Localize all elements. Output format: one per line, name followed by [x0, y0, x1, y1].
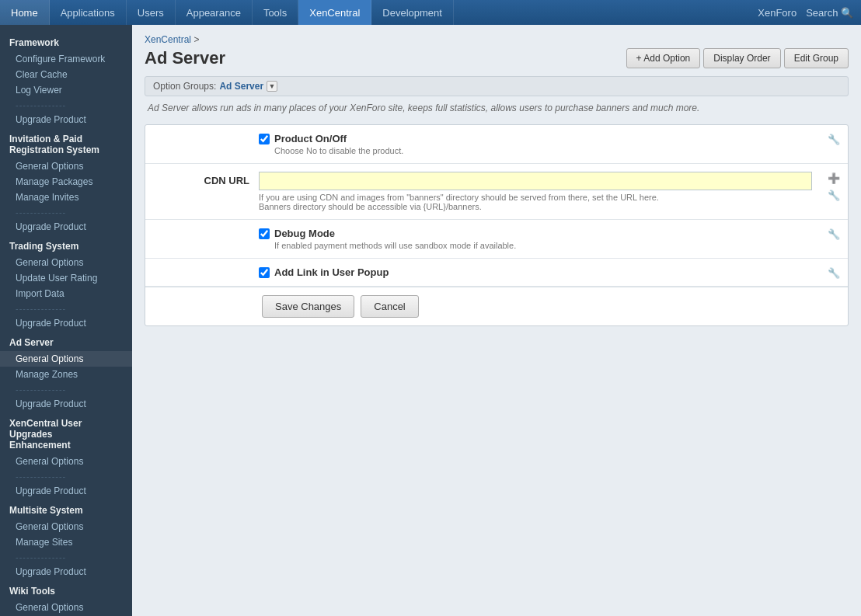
- debug-mode-icons: 🔧: [826, 226, 842, 242]
- product-on-off-label[interactable]: Product On/Off: [158, 133, 835, 144]
- sidebar: Framework Configure Framework Clear Cach…: [0, 25, 132, 616]
- add-link-text: Add Link in User Popup: [274, 266, 389, 278]
- nav-home[interactable]: Home: [0, 0, 50, 25]
- main-layout: Framework Configure Framework Clear Cach…: [0, 25, 861, 616]
- sidebar-item-manage-zones[interactable]: Manage Zones: [0, 367, 132, 382]
- sidebar-item-upgrade-product-5[interactable]: Upgrade Product: [0, 483, 132, 499]
- sidebar-item-upgrade-product-1[interactable]: Upgrade Product: [0, 112, 132, 127]
- sidebar-item-clear-cache[interactable]: Clear Cache: [0, 67, 132, 82]
- search-icon: 🔍: [841, 7, 853, 19]
- nav-users[interactable]: Users: [127, 0, 176, 25]
- sidebar-item-general-options-adserver[interactable]: General Options: [0, 351, 132, 367]
- debug-mode-desc: If enabled payment methods will use sand…: [158, 241, 835, 250]
- sidebar-section-adserver: Ad Server: [0, 331, 132, 351]
- add-link-edit-icon[interactable]: 🔧: [826, 265, 842, 280]
- cdn-url-row: CDN URL If you are using CDN and images …: [145, 164, 848, 220]
- product-on-off-checkbox[interactable]: [259, 134, 270, 144]
- debug-mode-text: Debug Mode: [274, 228, 335, 239]
- nav-tools[interactable]: Tools: [253, 0, 298, 25]
- page-actions: + Add Option Display Order Edit Group: [626, 48, 849, 68]
- form-panel: Product On/Off Choose No to disable the …: [145, 124, 849, 326]
- nav-search-link[interactable]: Search 🔍: [806, 7, 853, 19]
- sidebar-divider-1: --------------: [0, 98, 132, 112]
- option-groups-bar: Option Groups: Ad Server ▼: [145, 76, 849, 96]
- sidebar-item-general-options-trading[interactable]: General Options: [0, 255, 132, 270]
- add-link-icons: 🔧: [826, 265, 842, 280]
- product-on-off-desc: Choose No to disable the product.: [158, 146, 835, 155]
- sidebar-divider-5: --------------: [0, 469, 132, 483]
- cdn-url-label: CDN URL: [158, 172, 259, 186]
- nav-applications[interactable]: Applications: [50, 0, 127, 25]
- cdn-url-field-row: CDN URL If you are using CDN and images …: [158, 172, 835, 211]
- nav-appearance[interactable]: Appearance: [176, 0, 253, 25]
- debug-mode-row: Debug Mode If enabled payment methods wi…: [145, 220, 848, 259]
- product-on-off-edit-icon[interactable]: 🔧: [826, 131, 842, 147]
- option-groups-label: Option Groups:: [153, 81, 216, 92]
- breadcrumb-separator: >: [193, 34, 199, 45]
- sidebar-section-multisite: Multisite System: [0, 499, 132, 519]
- add-link-checkbox[interactable]: [259, 267, 270, 278]
- sidebar-item-upgrade-product-6[interactable]: Upgrade Product: [0, 564, 132, 579]
- sidebar-item-manage-sites[interactable]: Manage Sites: [0, 534, 132, 550]
- cdn-url-help-line2: Banners directory should be accessible v…: [259, 202, 812, 211]
- sidebar-section-framework: Framework: [0, 31, 132, 51]
- edit-group-button[interactable]: Edit Group: [784, 48, 849, 68]
- product-on-off-icons: 🔧: [826, 131, 842, 147]
- cancel-button[interactable]: Cancel: [361, 295, 418, 318]
- sidebar-section-invitation: Invitation & PaidRegistration System: [0, 127, 132, 158]
- sidebar-divider-3: --------------: [0, 301, 132, 315]
- page-header: Ad Server + Add Option Display Order Edi…: [145, 48, 849, 68]
- search-text: Search: [806, 7, 838, 19]
- debug-mode-checkbox[interactable]: [259, 228, 270, 239]
- page-description: Ad Server allows run ads in many places …: [145, 103, 849, 113]
- debug-mode-label[interactable]: Debug Mode: [158, 228, 835, 239]
- sidebar-item-general-options-invitation[interactable]: General Options: [0, 158, 132, 174]
- save-changes-button[interactable]: Save Changes: [262, 295, 354, 318]
- nav-xencentral[interactable]: XenCentral: [298, 0, 371, 25]
- cdn-url-help: If you are using CDN and images from "ba…: [259, 193, 812, 211]
- sidebar-divider-2: --------------: [0, 205, 132, 219]
- cdn-url-add-icon[interactable]: ➕: [826, 170, 842, 186]
- sidebar-item-manage-invites[interactable]: Manage Invites: [0, 190, 132, 205]
- add-link-label[interactable]: Add Link in User Popup: [158, 266, 835, 278]
- sidebar-item-general-options-xcue[interactable]: General Options: [0, 454, 132, 469]
- product-on-off-row: Product On/Off Choose No to disable the …: [145, 125, 848, 164]
- product-on-off-text: Product On/Off: [274, 133, 347, 144]
- nav-development[interactable]: Development: [371, 0, 454, 25]
- sidebar-divider-6: --------------: [0, 550, 132, 564]
- cdn-url-input[interactable]: [259, 172, 812, 190]
- sidebar-item-configure-framework[interactable]: Configure Framework: [0, 51, 132, 67]
- cdn-url-help-line1: If you are using CDN and images from "ba…: [259, 193, 812, 202]
- add-link-row: Add Link in User Popup 🔧: [145, 259, 848, 287]
- sidebar-item-log-viewer[interactable]: Log Viewer: [0, 82, 132, 98]
- sidebar-section-xcue: XenCentral User UpgradesEnhancement: [0, 412, 132, 454]
- display-order-button[interactable]: Display Order: [703, 48, 780, 68]
- top-navigation: Home Applications Users Appearance Tools…: [0, 0, 861, 25]
- add-option-button[interactable]: + Add Option: [626, 48, 701, 68]
- nav-xenforo-link[interactable]: XenForo: [758, 7, 797, 19]
- sidebar-item-import-data[interactable]: Import Data: [0, 286, 132, 301]
- form-actions: Save Changes Cancel: [145, 287, 848, 325]
- breadcrumb-parent[interactable]: XenCentral: [145, 34, 191, 45]
- sidebar-divider-4: --------------: [0, 382, 132, 396]
- sidebar-item-manage-packages[interactable]: Manage Packages: [0, 174, 132, 190]
- cdn-url-edit-icon[interactable]: 🔧: [826, 187, 842, 203]
- debug-mode-edit-icon[interactable]: 🔧: [826, 226, 842, 242]
- option-groups-dropdown[interactable]: ▼: [267, 81, 277, 92]
- option-groups-value[interactable]: Ad Server: [219, 81, 263, 92]
- sidebar-item-upgrade-product-4[interactable]: Upgrade Product: [0, 396, 132, 412]
- page-title: Ad Server: [145, 48, 225, 68]
- sidebar-item-update-user-rating[interactable]: Update User Rating: [0, 270, 132, 286]
- sidebar-item-general-options-wiki[interactable]: General Options: [0, 600, 132, 615]
- main-content: XenCentral > Ad Server + Add Option Disp…: [132, 25, 861, 616]
- sidebar-item-general-options-multisite[interactable]: General Options: [0, 519, 132, 534]
- sidebar-item-upgrade-product-3[interactable]: Upgrade Product: [0, 315, 132, 331]
- sidebar-section-trading: Trading System: [0, 235, 132, 255]
- cdn-url-icons: ➕ 🔧: [826, 170, 842, 203]
- content-area: XenCentral > Ad Server + Add Option Disp…: [132, 25, 861, 616]
- top-nav-right: XenForo Search 🔍: [758, 0, 861, 25]
- sidebar-section-wiki: Wiki Tools: [0, 579, 132, 600]
- cdn-url-field-container: If you are using CDN and images from "ba…: [259, 172, 812, 211]
- breadcrumb: XenCentral >: [145, 34, 849, 45]
- sidebar-item-upgrade-product-2[interactable]: Upgrade Product: [0, 219, 132, 235]
